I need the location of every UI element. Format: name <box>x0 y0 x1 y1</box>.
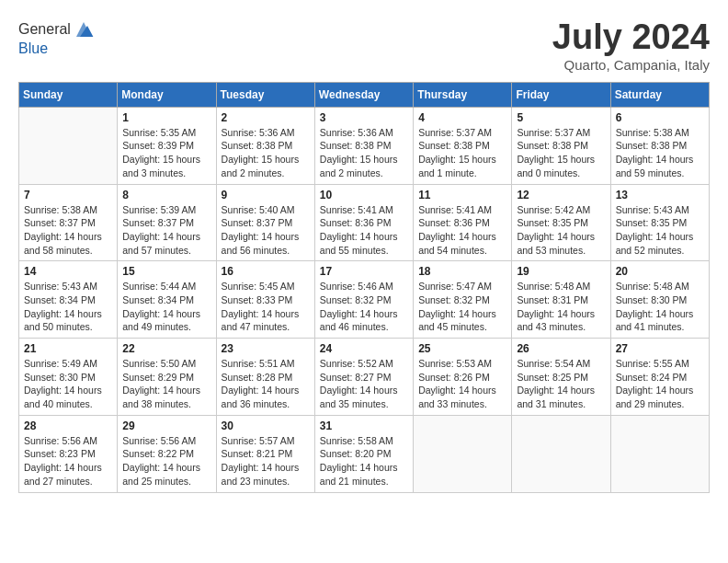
calendar-cell: 5Sunrise: 5:37 AMSunset: 8:38 PMDaylight… <box>512 107 610 184</box>
day-info: Sunrise: 5:51 AMSunset: 8:28 PMDaylight:… <box>222 357 310 411</box>
day-number: 10 <box>320 189 408 201</box>
month-title: July 2024 <box>552 18 710 57</box>
calendar-header-friday: Friday <box>512 82 610 107</box>
calendar-header-monday: Monday <box>118 82 216 107</box>
day-info: Sunrise: 5:54 AMSunset: 8:25 PMDaylight:… <box>517 357 605 411</box>
calendar-table: SundayMondayTuesdayWednesdayThursdayFrid… <box>18 82 710 493</box>
day-number: 11 <box>418 189 506 201</box>
calendar-cell: 6Sunrise: 5:38 AMSunset: 8:38 PMDaylight… <box>610 107 709 184</box>
calendar-cell: 7Sunrise: 5:38 AMSunset: 8:37 PMDaylight… <box>19 184 118 261</box>
calendar-week-4: 21Sunrise: 5:49 AMSunset: 8:30 PMDayligh… <box>19 339 710 416</box>
day-info: Sunrise: 5:56 AMSunset: 8:23 PMDaylight:… <box>24 434 112 488</box>
day-number: 12 <box>517 189 605 201</box>
day-number: 3 <box>320 111 408 124</box>
calendar-cell: 11Sunrise: 5:41 AMSunset: 8:36 PMDayligh… <box>414 184 512 261</box>
day-number: 26 <box>517 342 605 355</box>
day-number: 18 <box>418 265 506 278</box>
day-info: Sunrise: 5:38 AMSunset: 8:38 PMDaylight:… <box>616 126 704 180</box>
calendar-cell: 10Sunrise: 5:41 AMSunset: 8:36 PMDayligh… <box>314 184 413 261</box>
calendar-cell: 13Sunrise: 5:43 AMSunset: 8:35 PMDayligh… <box>610 184 709 261</box>
day-number: 17 <box>320 265 408 278</box>
calendar-cell: 15Sunrise: 5:44 AMSunset: 8:34 PMDayligh… <box>118 261 216 339</box>
day-info: Sunrise: 5:41 AMSunset: 8:36 PMDaylight:… <box>418 203 506 258</box>
title-block: July 2024 Quarto, Campania, Italy <box>552 18 710 73</box>
calendar-cell: 28Sunrise: 5:56 AMSunset: 8:23 PMDayligh… <box>19 415 118 492</box>
calendar-cell: 3Sunrise: 5:36 AMSunset: 8:38 PMDaylight… <box>314 107 413 184</box>
day-info: Sunrise: 5:50 AMSunset: 8:29 PMDaylight:… <box>122 357 210 411</box>
calendar-cell: 21Sunrise: 5:49 AMSunset: 8:30 PMDayligh… <box>19 339 118 416</box>
day-number: 25 <box>418 342 506 355</box>
day-number: 4 <box>418 111 506 124</box>
calendar-cell: 29Sunrise: 5:56 AMSunset: 8:22 PMDayligh… <box>118 415 216 492</box>
day-number: 28 <box>24 419 112 432</box>
day-info: Sunrise: 5:56 AMSunset: 8:22 PMDaylight:… <box>122 434 210 488</box>
day-number: 21 <box>24 342 112 355</box>
day-info: Sunrise: 5:37 AMSunset: 8:38 PMDaylight:… <box>517 126 605 180</box>
calendar-cell: 1Sunrise: 5:35 AMSunset: 8:39 PMDaylight… <box>118 107 216 184</box>
calendar-cell: 9Sunrise: 5:40 AMSunset: 8:37 PMDaylight… <box>216 184 314 261</box>
calendar-week-5: 28Sunrise: 5:56 AMSunset: 8:23 PMDayligh… <box>19 415 710 492</box>
day-number: 19 <box>517 265 605 278</box>
day-number: 7 <box>24 189 112 201</box>
calendar-cell <box>414 415 512 492</box>
day-number: 2 <box>222 111 310 124</box>
day-number: 27 <box>616 342 704 355</box>
day-number: 6 <box>616 111 704 124</box>
day-info: Sunrise: 5:38 AMSunset: 8:37 PMDaylight:… <box>24 203 112 258</box>
calendar-cell <box>19 107 118 184</box>
day-number: 1 <box>122 111 210 124</box>
day-number: 5 <box>517 111 605 124</box>
calendar-cell: 27Sunrise: 5:55 AMSunset: 8:24 PMDayligh… <box>610 339 709 416</box>
day-info: Sunrise: 5:52 AMSunset: 8:27 PMDaylight:… <box>320 357 408 411</box>
calendar-cell: 20Sunrise: 5:48 AMSunset: 8:30 PMDayligh… <box>610 261 709 339</box>
logo-blue-text: Blue <box>18 40 95 57</box>
day-info: Sunrise: 5:47 AMSunset: 8:32 PMDaylight:… <box>418 280 506 334</box>
day-info: Sunrise: 5:35 AMSunset: 8:39 PMDaylight:… <box>122 126 210 180</box>
calendar-cell: 14Sunrise: 5:43 AMSunset: 8:34 PMDayligh… <box>19 261 118 339</box>
day-info: Sunrise: 5:45 AMSunset: 8:33 PMDaylight:… <box>222 280 310 334</box>
day-number: 22 <box>122 342 210 355</box>
calendar-header-saturday: Saturday <box>610 82 709 107</box>
calendar-cell: 8Sunrise: 5:39 AMSunset: 8:37 PMDaylight… <box>118 184 216 261</box>
calendar-cell: 17Sunrise: 5:46 AMSunset: 8:32 PMDayligh… <box>314 261 413 339</box>
day-number: 23 <box>222 342 310 355</box>
day-info: Sunrise: 5:49 AMSunset: 8:30 PMDaylight:… <box>24 357 112 411</box>
calendar-week-3: 14Sunrise: 5:43 AMSunset: 8:34 PMDayligh… <box>19 261 710 339</box>
day-info: Sunrise: 5:46 AMSunset: 8:32 PMDaylight:… <box>320 280 408 334</box>
calendar-cell: 18Sunrise: 5:47 AMSunset: 8:32 PMDayligh… <box>414 261 512 339</box>
page-header: General Blue July 2024 Quarto, Campania,… <box>18 18 710 73</box>
calendar-cell: 2Sunrise: 5:36 AMSunset: 8:38 PMDaylight… <box>216 107 314 184</box>
calendar-header-sunday: Sunday <box>19 82 118 107</box>
day-info: Sunrise: 5:44 AMSunset: 8:34 PMDaylight:… <box>122 280 210 334</box>
calendar-cell: 23Sunrise: 5:51 AMSunset: 8:28 PMDayligh… <box>216 339 314 416</box>
calendar-cell <box>512 415 610 492</box>
day-info: Sunrise: 5:40 AMSunset: 8:37 PMDaylight:… <box>222 203 310 258</box>
calendar-week-2: 7Sunrise: 5:38 AMSunset: 8:37 PMDaylight… <box>19 184 710 261</box>
calendar-week-1: 1Sunrise: 5:35 AMSunset: 8:39 PMDaylight… <box>19 107 710 184</box>
day-number: 31 <box>320 419 408 432</box>
day-number: 14 <box>24 265 112 278</box>
calendar-cell: 16Sunrise: 5:45 AMSunset: 8:33 PMDayligh… <box>216 261 314 339</box>
calendar-header-thursday: Thursday <box>414 82 512 107</box>
day-info: Sunrise: 5:43 AMSunset: 8:35 PMDaylight:… <box>616 203 704 258</box>
day-number: 30 <box>222 419 310 432</box>
calendar-cell: 25Sunrise: 5:53 AMSunset: 8:26 PMDayligh… <box>414 339 512 416</box>
calendar-cell <box>610 415 709 492</box>
calendar-header-row: SundayMondayTuesdayWednesdayThursdayFrid… <box>19 82 710 107</box>
calendar-cell: 12Sunrise: 5:42 AMSunset: 8:35 PMDayligh… <box>512 184 610 261</box>
day-info: Sunrise: 5:55 AMSunset: 8:24 PMDaylight:… <box>616 357 704 411</box>
calendar-cell: 22Sunrise: 5:50 AMSunset: 8:29 PMDayligh… <box>118 339 216 416</box>
logo-icon <box>73 18 95 40</box>
day-number: 13 <box>616 189 704 201</box>
day-info: Sunrise: 5:36 AMSunset: 8:38 PMDaylight:… <box>320 126 408 180</box>
day-info: Sunrise: 5:48 AMSunset: 8:31 PMDaylight:… <box>517 280 605 334</box>
day-info: Sunrise: 5:39 AMSunset: 8:37 PMDaylight:… <box>122 203 210 258</box>
calendar-cell: 4Sunrise: 5:37 AMSunset: 8:38 PMDaylight… <box>414 107 512 184</box>
day-number: 29 <box>122 419 210 432</box>
calendar-header-wednesday: Wednesday <box>314 82 413 107</box>
day-info: Sunrise: 5:53 AMSunset: 8:26 PMDaylight:… <box>418 357 506 411</box>
day-number: 20 <box>616 265 704 278</box>
calendar-cell: 26Sunrise: 5:54 AMSunset: 8:25 PMDayligh… <box>512 339 610 416</box>
calendar-cell: 24Sunrise: 5:52 AMSunset: 8:27 PMDayligh… <box>314 339 413 416</box>
logo-general-text: General <box>18 21 71 38</box>
